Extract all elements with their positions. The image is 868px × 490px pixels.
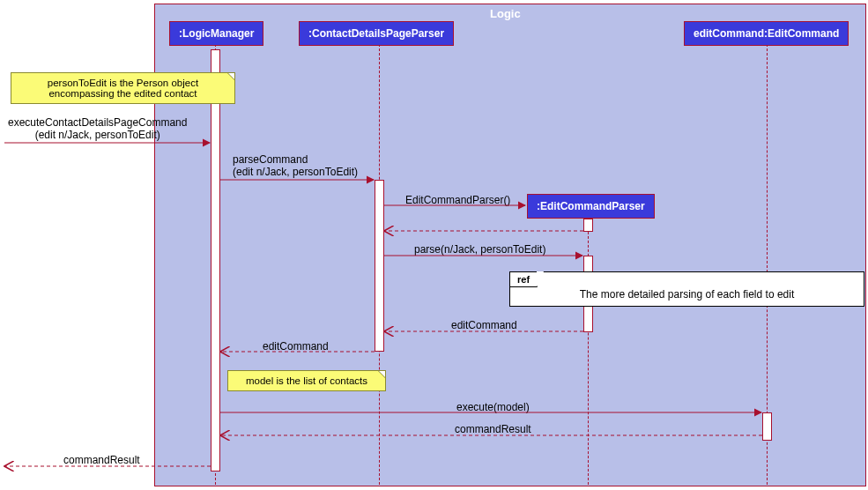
activation-editcommandparser-1 (583, 219, 593, 232)
participant-editcommand: editCommand:EditCommand (684, 21, 849, 46)
msg-execute-model: execute(model) (456, 401, 530, 413)
note-model: model is the list of contacts (227, 370, 386, 391)
msg-editcommand-return2: editCommand (263, 340, 329, 353)
participant-contactdetailspageparser: :ContactDetailsPageParser (299, 21, 454, 46)
participant-editcommandparser: :EditCommandParser (527, 194, 655, 219)
msg-parse-command: parseCommand (edit n/Jack, personToEdit) (233, 153, 358, 178)
note-text: model is the list of contacts (235, 375, 378, 386)
msg-execute-contact-details: executeContactDetailsPageCommand (edit n… (8, 116, 187, 141)
msg-commandresult-return: commandResult (455, 423, 531, 435)
msg-editcommandparser-ctor: EditCommandParser() (405, 194, 510, 206)
participant-logicmanager: :LogicManager (169, 21, 263, 46)
activation-contactdetailspageparser (375, 180, 384, 352)
ref-box: ref The more detailed parsing of each fi… (509, 271, 864, 307)
ref-label: ref (509, 271, 538, 287)
msg-editcommand-return1: editCommand (451, 319, 517, 331)
activation-logicmanager (211, 49, 220, 471)
note-text: personToEdit is the Person object encomp… (19, 78, 227, 99)
ref-text: The more detailed parsing of each field … (510, 272, 864, 301)
msg-parse: parse(n/Jack, personToEdit) (414, 243, 545, 256)
frame-title: Logic (490, 7, 521, 20)
msg-commandresult-final: commandResult (63, 454, 140, 466)
note-persontoedit: personToEdit is the Person object encomp… (11, 72, 235, 104)
activation-editcommand (762, 412, 772, 441)
